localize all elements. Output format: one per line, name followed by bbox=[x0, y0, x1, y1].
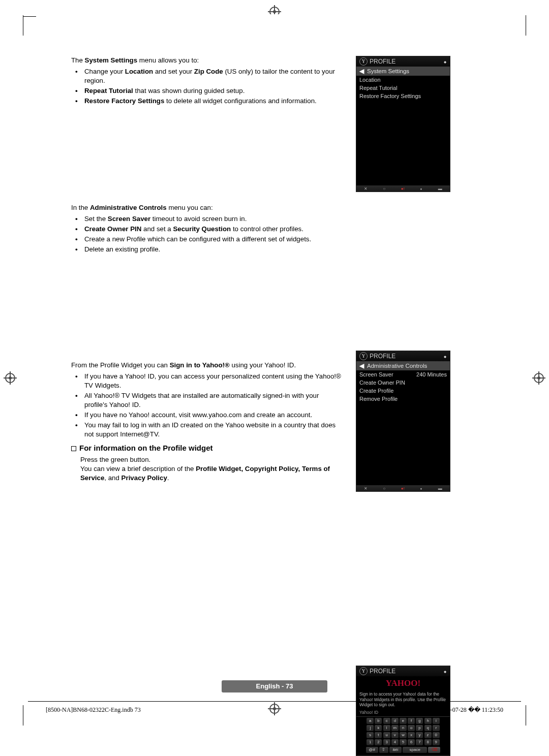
registration-mark-left bbox=[3, 370, 18, 386]
key-w[interactable]: w bbox=[400, 732, 407, 738]
sec1-intro: The System Settings menu allows you to: bbox=[71, 56, 343, 65]
key-y[interactable]: y bbox=[416, 732, 423, 738]
registration-mark-bottom bbox=[267, 701, 282, 716]
row-repeat-tutorial[interactable]: Repeat Tutorial bbox=[356, 84, 450, 92]
key-c[interactable]: c bbox=[383, 718, 390, 724]
footer-rule bbox=[28, 701, 521, 702]
footer-left: [8500-NA]BN68-02322C-Eng.indb 73 bbox=[46, 706, 141, 714]
yahoo-logo: YAHOO! bbox=[386, 678, 420, 688]
key-u[interactable]: u bbox=[383, 732, 390, 738]
key-z[interactable]: z bbox=[424, 732, 432, 738]
key-7[interactable]: 7 bbox=[416, 739, 423, 745]
row-location[interactable]: Location bbox=[356, 76, 450, 84]
page-number-pill: English - 73 bbox=[222, 680, 327, 692]
key-a[interactable]: a bbox=[367, 718, 374, 724]
key-special-3[interactable]: space bbox=[403, 747, 427, 753]
key-0[interactable]: 0 bbox=[433, 732, 440, 738]
key-special-1[interactable]: ⇧ bbox=[379, 747, 388, 753]
sec2-intro: In the Administrative Controls menu you … bbox=[71, 203, 343, 212]
key-g[interactable]: g bbox=[416, 718, 423, 724]
profile-info-desc: You can view a brief description of the … bbox=[80, 464, 343, 483]
key-n[interactable]: n bbox=[400, 725, 407, 731]
press-green: Press the green button. bbox=[80, 455, 343, 464]
key-6[interactable]: 6 bbox=[408, 739, 415, 745]
sec2-list: Set the Screen Saver timeout to avoid sc… bbox=[71, 214, 343, 254]
key-q[interactable]: q bbox=[424, 725, 432, 731]
yahoo-icon: Y bbox=[359, 352, 368, 360]
key-5[interactable]: 5 bbox=[400, 739, 407, 745]
key-b[interactable]: b bbox=[375, 718, 382, 724]
sec3-list: If you have a Yahoo! ID, you can access … bbox=[71, 372, 343, 439]
key-special-2[interactable]: äėí bbox=[389, 747, 402, 753]
key-2[interactable]: 2 bbox=[375, 739, 382, 745]
key-9[interactable]: 9 bbox=[433, 739, 440, 745]
onscreen-keyboard[interactable]: abcdefghi jklmnopqr stuvwxyz0 123456789 … bbox=[356, 717, 450, 755]
svg-point-7 bbox=[273, 707, 276, 710]
star-icon: ⬥ bbox=[443, 58, 447, 65]
key-1[interactable]: 1 bbox=[367, 739, 374, 745]
yahoo-icon: Y bbox=[359, 667, 368, 675]
key-i[interactable]: i bbox=[433, 718, 440, 724]
key-8[interactable]: 8 bbox=[424, 739, 432, 745]
svg-point-15 bbox=[537, 376, 540, 380]
key-e[interactable]: e bbox=[400, 718, 407, 724]
registration-mark-right bbox=[531, 370, 546, 386]
key-t[interactable]: t bbox=[375, 732, 382, 738]
footer-right: 2009-07-28 �� 11:23:50 bbox=[438, 706, 503, 714]
key-l[interactable]: l bbox=[383, 725, 390, 731]
key-j[interactable]: j bbox=[367, 725, 374, 731]
heading-profile-info: For information on the Profile widget bbox=[71, 443, 343, 453]
key-f[interactable]: f bbox=[408, 718, 415, 724]
panel-yahoo-signin: YPROFILE⬥ YAHOO! Sign in to access your … bbox=[356, 666, 450, 756]
star-icon: ⬥ bbox=[443, 353, 447, 360]
svg-point-3 bbox=[273, 10, 276, 13]
key-special-0[interactable]: @# bbox=[366, 747, 378, 753]
yahoo-id-field[interactable]: Yahoo! ID bbox=[356, 709, 450, 717]
sec3-intro: From the Profile Widget you can Sign in … bbox=[71, 361, 343, 370]
star-icon: ⬥ bbox=[443, 668, 447, 675]
key-p[interactable]: p bbox=[416, 725, 423, 731]
key-m[interactable]: m bbox=[391, 725, 399, 731]
key-3[interactable]: 3 bbox=[383, 739, 390, 745]
key-v[interactable]: v bbox=[391, 732, 399, 738]
registration-mark-top bbox=[267, 4, 282, 14]
sec1-list: Change your Location and set your Zip Co… bbox=[71, 67, 343, 106]
key-d[interactable]: d bbox=[391, 718, 399, 724]
key-s[interactable]: s bbox=[367, 732, 374, 738]
key-o[interactable]: o bbox=[408, 725, 415, 731]
back-arrow-icon[interactable]: ◀ bbox=[359, 68, 364, 75]
yahoo-icon: Y bbox=[359, 57, 368, 66]
key-x[interactable]: x bbox=[408, 732, 415, 738]
key-k[interactable]: k bbox=[375, 725, 382, 731]
key-r[interactable]: r bbox=[433, 725, 440, 731]
row-restore-factory[interactable]: Restore Factory Settings bbox=[356, 92, 450, 100]
svg-point-11 bbox=[9, 376, 12, 380]
key-4[interactable]: 4 bbox=[391, 739, 399, 745]
key-special-4[interactable]: ⌫ bbox=[428, 747, 440, 753]
key-h[interactable]: h bbox=[424, 718, 432, 724]
panel-system-settings: YPROFILE⬥ ◀System Settings Location Repe… bbox=[356, 56, 450, 192]
